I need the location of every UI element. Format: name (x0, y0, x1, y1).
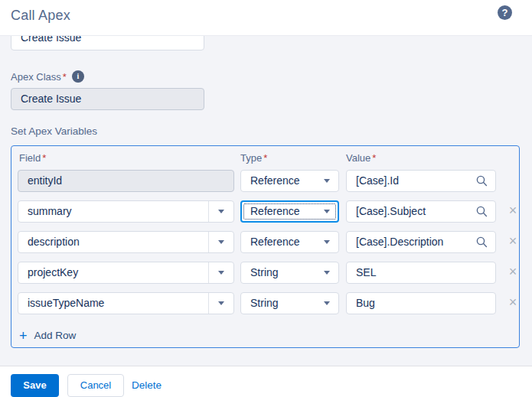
panel-header: Call Apex ? (0, 0, 532, 36)
add-row-label: Add Row (34, 329, 77, 343)
type-value: Reference (250, 232, 300, 252)
type-select[interactable]: Reference (240, 231, 339, 253)
chevron-down-icon (324, 179, 330, 183)
field-input[interactable]: description (18, 231, 234, 253)
required-asterisk: * (42, 152, 46, 164)
variable-row: issueTypeNameStringBug× (11, 292, 519, 314)
search-icon[interactable] (476, 236, 488, 250)
search-icon[interactable] (476, 175, 488, 189)
help-icon[interactable]: ? (498, 5, 512, 20)
field-input: entityId (18, 170, 234, 192)
field-value: issueTypeName (28, 293, 104, 314)
field-input[interactable]: issueTypeName (18, 292, 234, 314)
chevron-down-icon (324, 271, 330, 275)
type-select[interactable]: String (240, 262, 339, 284)
value-input[interactable]: [Case].Subject (346, 200, 496, 223)
type-select[interactable]: Reference (240, 170, 339, 192)
field-input[interactable]: projectKey (18, 262, 234, 284)
info-icon[interactable]: i (72, 70, 84, 83)
chevron-down-icon (324, 210, 330, 213)
value-text: [Case].Subject (356, 201, 426, 222)
caret-glyph (218, 210, 224, 213)
chevron-down-icon[interactable] (208, 262, 233, 283)
value-text: [Case].Description (356, 232, 443, 252)
value-text: Bug (356, 293, 375, 314)
search-icon[interactable] (476, 206, 488, 220)
variable-row: summaryReference[Case].Subject× (11, 200, 519, 223)
variable-row: descriptionReference[Case].Description× (11, 231, 519, 253)
cancel-button[interactable]: Cancel (67, 374, 124, 397)
page-title: Call Apex (11, 8, 70, 24)
caret-glyph (218, 301, 224, 305)
column-header-value: Value* (346, 152, 376, 164)
field-value: projectKey (28, 262, 78, 283)
value-input[interactable]: SEL (346, 262, 496, 284)
variable-row: projectKeyStringSEL× (11, 262, 519, 284)
field-value: summary (28, 201, 72, 222)
field-input[interactable]: summary (18, 200, 234, 223)
add-row-button[interactable]: + Add Row (19, 329, 76, 343)
type-select[interactable]: String (240, 292, 339, 314)
remove-row-button[interactable]: × (504, 262, 522, 284)
variable-row: entityIdReference[Case].Id (11, 170, 519, 192)
chevron-down-icon[interactable] (208, 293, 233, 314)
value-text: SEL (356, 262, 376, 283)
apex-class-label-row: Apex Class * i (11, 70, 84, 83)
chevron-down-icon[interactable] (208, 232, 233, 252)
type-value: Reference (250, 171, 300, 191)
caret-glyph (218, 271, 224, 275)
required-asterisk: * (372, 152, 376, 164)
chevron-down-icon (324, 240, 330, 244)
apex-variables-table: Field* Type* Value* entityIdReference[Ca… (11, 145, 520, 348)
apex-class-input: Create Issue (11, 88, 204, 110)
caret-glyph (218, 240, 224, 244)
field-value: description (28, 232, 80, 252)
type-value: String (250, 262, 279, 283)
remove-row-button[interactable]: × (504, 231, 522, 253)
save-button[interactable]: Save (11, 374, 59, 397)
apex-class-label: Apex Class (11, 71, 61, 83)
required-asterisk: * (63, 71, 67, 83)
column-header-type: Type* (240, 152, 267, 164)
value-text: [Case].Id (356, 171, 399, 191)
call-apex-panel: Create Issue Call Apex ? Apex Class * i … (0, 0, 532, 397)
required-asterisk: * (263, 152, 267, 164)
chevron-down-icon (324, 301, 330, 305)
chevron-down-icon[interactable] (208, 201, 233, 222)
type-value: Reference (250, 202, 300, 221)
set-apex-variables-title: Set Apex Variables (11, 125, 97, 137)
panel-footer: Save Cancel Delete (0, 366, 532, 397)
remove-row-button[interactable]: × (504, 200, 522, 223)
apex-class-value: Create Issue (21, 89, 81, 109)
delete-link[interactable]: Delete (132, 374, 162, 397)
field-value: entityId (28, 171, 62, 191)
value-input[interactable]: [Case].Id (346, 170, 496, 192)
type-value: String (250, 293, 279, 314)
column-header-field: Field* (19, 152, 46, 164)
value-input[interactable]: Bug (346, 292, 496, 314)
remove-row-button[interactable]: × (504, 292, 522, 314)
value-input[interactable]: [Case].Description (346, 231, 496, 253)
type-select[interactable]: Reference (240, 200, 339, 223)
plus-icon: + (19, 329, 28, 343)
